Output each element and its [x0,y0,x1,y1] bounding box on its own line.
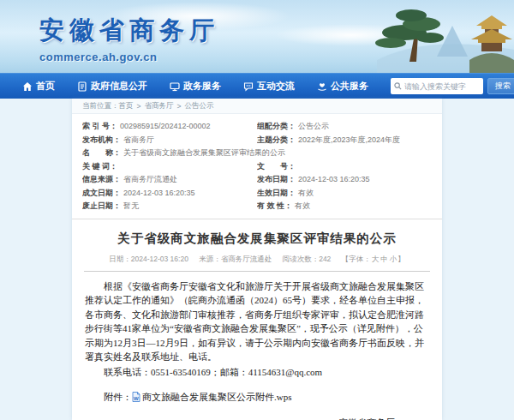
attachment-label: 附件： [104,392,132,402]
heart-hand-icon [317,81,327,92]
nav-item-label: 政府信息公开 [91,80,147,93]
breadcrumb-prefix: 当前位置： [82,101,119,111]
info-field-keywords: 关 键 词： [82,160,257,174]
meta-source: 来源：省商务厅流通处 [199,255,272,263]
font-size-small[interactable]: 小 [390,255,397,263]
banner-landscape-icon [308,0,514,73]
document-info-table: 索 引 号：002985915/202412-00002 组配分类：公告公示 发… [72,114,442,219]
info-field-category: 组配分类：公告公示 [257,120,432,134]
main-nav: 首页 政府信息公开 政务服务 互动交流 公共服务 搜索 [0,73,514,99]
site-banner: 安徽省商务厅 commerce.ah.gov.cn [0,0,514,73]
nav-item-interaction[interactable]: 互动交流 [243,80,295,93]
pavilion-icon [469,15,514,73]
info-field-topic: 主题分类：2022年度,2023年度,2024年度 [257,134,432,147]
font-size-widget: 【字体：大中小】 [342,255,405,263]
info-field-effective-date: 生效日期：有效 [257,187,432,201]
info-field-issuer: 发布机构：省商务厅 [82,134,257,147]
font-size-medium[interactable]: 中 [380,255,388,263]
nav-search: 搜索 [391,78,514,94]
breadcrumb-dept[interactable]: 省商务厅 [144,101,173,111]
content-card: 当前位置： 首页 > 省商务厅 > 公告公示 索 引 号：002985915/2… [72,99,442,420]
breadcrumb-separator: > [137,102,141,111]
chat-bubble-icon [243,81,254,92]
info-field-publish-date: 发布日期：2024-12-03 16:20:35 [257,173,432,187]
svg-text:W: W [134,396,139,401]
article-meta: 日期：2024-12-03 16:20 来源：省商务厅流通处 阅读次数：242 … [84,255,430,272]
search-box [391,78,483,94]
document-icon [77,81,87,92]
content-background: 当前位置： 首页 > 省商务厅 > 公告公示 索 引 号：002985915/2… [0,99,514,420]
monitor-icon [170,81,180,92]
contact-line: 联系电话：0551-63540169；邮箱：41154631@qq.com [85,365,429,380]
search-button[interactable]: 搜索 [487,78,514,94]
breadcrumb-separator: > [176,102,181,111]
info-field-source: 信息来源：省商务厅流通处 [82,173,257,187]
search-icon [394,82,402,90]
wps-file-icon: W [132,392,140,402]
attachment-row: 附件：W商文旅融合发展集聚区公示附件.wps [85,391,429,404]
view-count: 242 [319,255,331,263]
home-icon [22,81,33,92]
info-field-index-no: 索 引 号：002985915/202412-00002 [82,120,257,134]
signoff-block: 安徽省商务厅 2024年12月3日 [337,414,398,420]
nav-item-label: 政务服务 [183,80,221,93]
breadcrumb-announcements[interactable]: 公告公示 [184,101,213,111]
font-size-large[interactable]: 大 [372,255,380,263]
info-field-validity: 有 效 性：有效 [257,200,432,213]
site-url: commerce.ah.gov.cn [39,51,219,63]
signoff-org: 安徽省商务厅 [337,414,398,420]
nav-item-gov-info[interactable]: 政府信息公开 [77,80,147,93]
attachment-link[interactable]: 商文旅融合发展集聚区公示附件.wps [142,392,291,402]
nav-item-home[interactable]: 首页 [22,80,55,93]
breadcrumb-home[interactable]: 首页 [119,101,134,111]
meta-date: 日期：2024-12-03 16:20 [109,255,188,263]
article-title: 关于省级商文旅融合发展集聚区评审结果的公示 [72,231,442,247]
nav-item-label: 公共服务 [331,80,368,93]
info-field-repeal-date: 废止日期：暂无 [82,200,257,213]
nav-item-gov-services[interactable]: 政务服务 [170,80,221,93]
article-paragraph: 根据《安徽省商务厅安徽省文化和旅游厅关于开展省级商文旅融合发展集聚区推荐认定工作… [85,279,429,364]
info-field-title: 名 称：关于省级商文旅融合发展集聚区评审结果的公示 [82,147,432,160]
breadcrumb: 当前位置： 首页 > 省商务厅 > 公告公示 [72,99,442,114]
info-field-written-date: 成文日期：2024-12-03 16:20:35 [82,187,257,201]
nav-item-label: 首页 [36,80,55,93]
nav-item-public-services[interactable]: 公共服务 [317,80,368,93]
site-title: 安徽省商务厅 [39,14,219,48]
meta-views: 阅读次数：242 [283,255,332,263]
article-body: 根据《安徽省商务厅安徽省文化和旅游厅关于开展省级商文旅融合发展集聚区推荐认定工作… [85,279,429,380]
nav-item-label: 互动交流 [257,80,295,93]
info-field-doc-number: 文 号： [257,160,432,174]
search-input[interactable] [404,82,480,91]
